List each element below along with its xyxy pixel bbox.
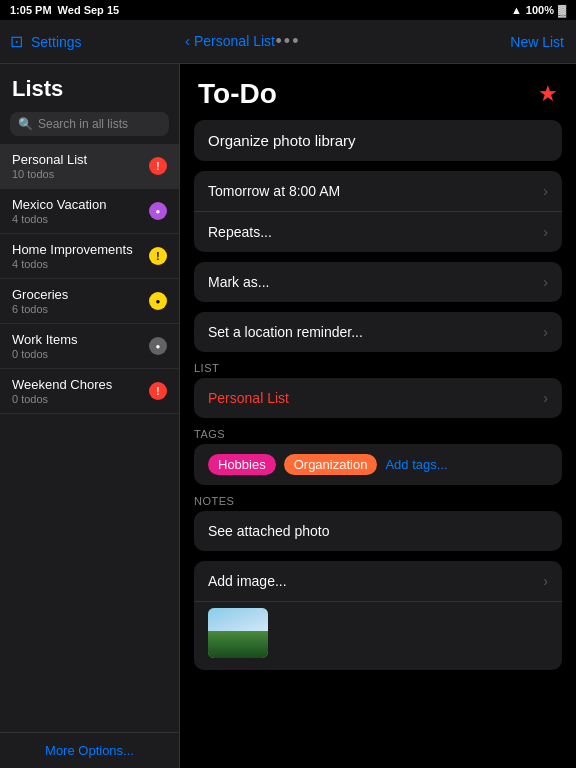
detail-header: To-Do ★ [180, 64, 576, 120]
tag-hobbies[interactable]: Hobbies [208, 454, 276, 475]
status-date: Wed Sep 15 [58, 4, 120, 16]
lists-container: Personal List 10 todos ! Mexico Vacation… [0, 144, 179, 732]
list-section-card: Personal List › [194, 378, 562, 418]
tag-organization[interactable]: Organization [284, 454, 378, 475]
list-item[interactable]: Mexico Vacation 4 todos ● [0, 189, 179, 234]
list-item-name: Home Improvements [12, 242, 133, 257]
wifi-icon: ▲ [511, 4, 522, 16]
list-section-row[interactable]: Personal List › [194, 378, 562, 418]
notes-text[interactable]: See attached photo [194, 511, 562, 551]
sidebar-title: Lists [0, 64, 179, 108]
list-item-badge: ! [149, 247, 167, 265]
list-item[interactable]: Home Improvements 4 todos ! [0, 234, 179, 279]
mark-as-card: Mark as... › [194, 262, 562, 302]
task-title-row[interactable]: Organize photo library [194, 120, 562, 161]
back-label: Personal List [194, 33, 275, 49]
notes-section-label: NOTES [180, 495, 576, 511]
more-options-button[interactable]: More Options... [12, 743, 167, 758]
tags-section-label: TAGS [180, 428, 576, 444]
detail-panel: To-Do ★ Organize photo library Tomorrow … [180, 64, 576, 768]
chevron-right-icon: › [543, 224, 548, 240]
list-item[interactable]: Personal List 10 todos ! [0, 144, 179, 189]
settings-button[interactable]: Settings [31, 34, 82, 50]
chevron-right-icon: › [543, 183, 548, 199]
location-card: Set a location reminder... › [194, 312, 562, 352]
status-bar: 1:05 PM Wed Sep 15 ▲ 100% ▓ [0, 0, 576, 20]
schedule-time: Tomorrow at 8:00 AM [208, 183, 340, 199]
sidebar: Lists 🔍 Search in all lists Personal Lis… [0, 64, 180, 768]
search-icon: 🔍 [18, 117, 33, 131]
list-item-badge: ● [149, 292, 167, 310]
battery-icon: ▓ [558, 4, 566, 16]
list-item-count: 10 todos [12, 168, 87, 180]
list-item-count: 0 todos [12, 348, 78, 360]
search-bar[interactable]: 🔍 Search in all lists [10, 112, 169, 136]
chevron-right-icon: › [543, 274, 548, 290]
notes-card: See attached photo [194, 511, 562, 551]
status-bar-left: 1:05 PM Wed Sep 15 [10, 4, 119, 16]
location-label: Set a location reminder... [208, 324, 363, 340]
sidebar-toggle-icon[interactable]: ⊡ [10, 32, 23, 51]
schedule-repeats: Repeats... [208, 224, 272, 240]
schedule-time-row[interactable]: Tomorrow at 8:00 AM › [194, 171, 562, 212]
nav-bar: ⊡ Settings ••• ‹ Personal List New List [0, 20, 576, 64]
list-section-label: LIST [180, 362, 576, 378]
new-list-button[interactable]: New List [510, 34, 564, 50]
add-tag-button[interactable]: Add tags... [385, 457, 447, 472]
list-item-count: 6 todos [12, 303, 68, 315]
nav-left: ⊡ Settings [0, 32, 180, 51]
list-item-name: Work Items [12, 332, 78, 347]
more-options-icon[interactable]: ••• [276, 31, 301, 52]
list-section-value: Personal List [208, 390, 289, 406]
list-item[interactable]: Groceries 6 todos ● [0, 279, 179, 324]
list-item-badge: ! [149, 382, 167, 400]
status-time: 1:05 PM [10, 4, 52, 16]
sidebar-footer: More Options... [0, 732, 179, 768]
nav-right: ‹ Personal List New List [396, 34, 576, 50]
list-item[interactable]: Weekend Chores 0 todos ! [0, 369, 179, 414]
tags-row: Hobbies Organization Add tags... [194, 444, 562, 485]
add-image-row[interactable]: Add image... › [194, 561, 562, 602]
list-item-name: Mexico Vacation [12, 197, 106, 212]
chevron-right-icon: › [543, 324, 548, 340]
mark-as-row[interactable]: Mark as... › [194, 262, 562, 302]
list-item-name: Personal List [12, 152, 87, 167]
list-item-name: Groceries [12, 287, 68, 302]
chevron-right-icon: › [543, 573, 548, 589]
list-item-count: 0 todos [12, 393, 112, 405]
tags-card: Hobbies Organization Add tags... [194, 444, 562, 485]
breadcrumb[interactable]: ‹ Personal List [185, 32, 275, 49]
list-item-name: Weekend Chores [12, 377, 112, 392]
image-thumbnail[interactable] [208, 608, 268, 658]
list-item-count: 4 todos [12, 213, 106, 225]
task-title-card: Organize photo library [194, 120, 562, 161]
list-item-badge: ! [149, 157, 167, 175]
chevron-right-icon: › [543, 390, 548, 406]
back-arrow-icon: ‹ [185, 32, 190, 49]
search-placeholder: Search in all lists [38, 117, 128, 131]
battery-text: 100% [526, 4, 554, 16]
location-row[interactable]: Set a location reminder... › [194, 312, 562, 352]
schedule-repeats-row[interactable]: Repeats... › [194, 212, 562, 252]
status-bar-right: ▲ 100% ▓ [511, 4, 566, 16]
schedule-card: Tomorrow at 8:00 AM › Repeats... › [194, 171, 562, 252]
add-image-label: Add image... [208, 573, 287, 589]
main-layout: Lists 🔍 Search in all lists Personal Lis… [0, 64, 576, 768]
star-icon[interactable]: ★ [538, 81, 558, 107]
mark-as-label: Mark as... [208, 274, 269, 290]
list-item-badge: ● [149, 337, 167, 355]
list-item-badge: ● [149, 202, 167, 220]
task-title: Organize photo library [208, 132, 356, 149]
list-item-count: 4 todos [12, 258, 133, 270]
list-item[interactable]: Work Items 0 todos ● [0, 324, 179, 369]
image-card: Add image... › [194, 561, 562, 670]
detail-title: To-Do [198, 78, 277, 110]
